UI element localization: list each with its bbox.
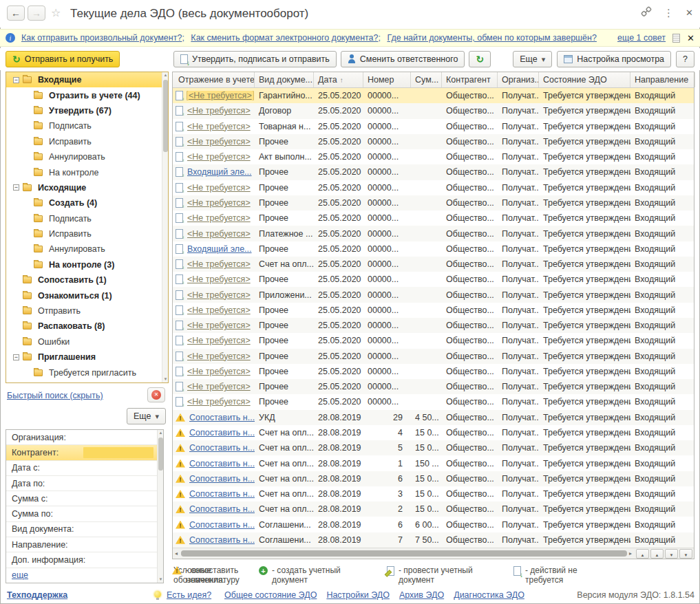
tree-item[interactable]: Аннулировать bbox=[6, 149, 168, 164]
table-row[interactable]: <Не требуется>Прочее25.05.202000000...Об… bbox=[173, 303, 694, 318]
reflection-link[interactable]: <Не требуется> bbox=[187, 213, 251, 223]
table-row[interactable]: Сопоставить н...Счет на опл...28.08.2019… bbox=[173, 440, 694, 455]
send-receive-button[interactable]: Отправить и получить bbox=[6, 51, 120, 67]
tree-item[interactable]: −Входящие bbox=[6, 72, 168, 87]
scroll-up-icon[interactable]: ▲ bbox=[162, 72, 169, 78]
tree-item[interactable]: Создать (4) bbox=[6, 195, 168, 211]
table-row[interactable]: Сопоставить н...Счет на опл...28.08.2019… bbox=[173, 425, 694, 440]
reflection-link[interactable]: Сопоставить н... bbox=[189, 474, 255, 484]
table-row[interactable]: <Не требуется>Акт выполн...25.05.2020000… bbox=[173, 149, 694, 164]
reflection-link[interactable]: <Не требуется> bbox=[187, 274, 251, 284]
table-row[interactable]: Сопоставить н...Счет на опл...28.08.2019… bbox=[173, 501, 694, 517]
table-row[interactable]: Сопоставить н...Счет на опл...28.08.2019… bbox=[173, 486, 694, 501]
infobar-link[interactable]: Как отправить произвольный документ? bbox=[21, 33, 182, 43]
filter-row[interactable]: Доп. информация: bbox=[6, 552, 163, 568]
reflection-link[interactable]: <Не требуется> bbox=[187, 305, 251, 315]
reflection-link[interactable]: <Не требуется> bbox=[187, 336, 251, 345]
reflection-link[interactable]: Входящий эле... bbox=[187, 167, 252, 177]
filter-row[interactable]: Сумма с: bbox=[6, 491, 163, 506]
table-row[interactable]: <Не требуется>Прочее25.05.202000000...Об… bbox=[173, 195, 694, 211]
tree-item[interactable]: Отразить в учете (44) bbox=[6, 87, 168, 103]
table-row[interactable]: Входящий эле...Прочее25.05.202000000...О… bbox=[173, 241, 694, 257]
reflection-link[interactable]: Сопоставить н... bbox=[189, 459, 255, 468]
table-row[interactable]: <Не требуется>Прочее25.05.202000000...Об… bbox=[173, 211, 694, 226]
filter-input[interactable] bbox=[83, 447, 153, 458]
close-icon[interactable] bbox=[686, 8, 693, 18]
footer-link[interactable]: Архив ЭДО bbox=[399, 590, 444, 600]
footer-link[interactable]: Общее состояние ЭДО bbox=[224, 590, 317, 600]
tree-item[interactable]: Требуется пригласить bbox=[6, 365, 168, 380]
hscrollbar-thumb[interactable] bbox=[181, 550, 627, 557]
back-button[interactable] bbox=[7, 6, 25, 21]
filter-row[interactable]: Дата по: bbox=[6, 476, 163, 491]
scroll-left-icon[interactable]: ◂ bbox=[173, 550, 180, 557]
reflection-link[interactable]: <Не требуется> bbox=[187, 352, 251, 361]
table-row[interactable]: <Не требуется>Гарантийно...25.05.2020000… bbox=[173, 88, 694, 103]
more-menu-icon[interactable] bbox=[664, 7, 674, 19]
horizontal-scrollbar[interactable]: ◂ ▸ bbox=[173, 548, 694, 559]
link-icon[interactable] bbox=[641, 6, 652, 19]
tree-item[interactable]: На контроле (3) bbox=[6, 257, 168, 272]
table-row[interactable]: <Не требуется>Прочее25.05.202000000...Об… bbox=[173, 333, 694, 348]
filter-row[interactable]: Контрагент: bbox=[6, 445, 163, 460]
tree-item[interactable]: Исправить bbox=[6, 134, 168, 149]
scroll-down-button[interactable] bbox=[665, 549, 678, 559]
approve-sign-send-button[interactable]: Утвердить, подписать и отправить bbox=[173, 51, 337, 67]
filter-row[interactable]: Сумма по: bbox=[6, 506, 163, 521]
reflection-link[interactable]: <Не требуется> bbox=[187, 91, 253, 100]
reflection-link[interactable]: <Не требуется> bbox=[187, 137, 251, 147]
table-row[interactable]: <Не требуется>Прочее25.05.202000000...Об… bbox=[173, 364, 694, 379]
reflection-link[interactable]: Сопоставить н... bbox=[189, 520, 255, 530]
table-row[interactable]: <Не требуется>Платежное ...25.05.2020000… bbox=[173, 226, 694, 241]
tree-scrollbar[interactable]: ▲ ▼ bbox=[162, 72, 168, 382]
tree-item[interactable]: Исправить bbox=[6, 226, 168, 241]
column-header[interactable]: Сум... bbox=[411, 72, 442, 87]
reflection-link[interactable]: <Не требуется> bbox=[187, 106, 251, 116]
filter-row[interactable]: Дата с: bbox=[6, 461, 163, 476]
table-row[interactable]: Сопоставить н...Счет на опл...28.08.2019… bbox=[173, 455, 694, 471]
filters-more-button[interactable]: Еще bbox=[127, 408, 166, 424]
reflection-link[interactable]: <Не требуется> bbox=[187, 259, 251, 269]
reflection-link[interactable]: <Не требуется> bbox=[187, 122, 251, 131]
column-header[interactable]: Отражение в учете bbox=[173, 72, 255, 87]
more-button[interactable]: Еще bbox=[513, 51, 552, 67]
filter-row[interactable]: Вид документа: bbox=[6, 522, 163, 537]
more-tips-link[interactable]: еще 1 совет bbox=[617, 33, 666, 43]
reflection-link[interactable]: Сопоставить н... bbox=[189, 489, 255, 499]
column-header[interactable]: Организ... bbox=[498, 72, 539, 87]
table-row[interactable]: Сопоставить н...Соглашени...28.08.201977… bbox=[173, 532, 694, 548]
column-header[interactable]: Вид докуме... bbox=[255, 72, 314, 87]
reflection-link[interactable]: <Не требуется> bbox=[187, 229, 251, 239]
table-row[interactable]: <Не требуется>Прочее25.05.202000000...Об… bbox=[173, 379, 694, 394]
table-row[interactable]: <Не требуется>Прочее25.05.202000000...Об… bbox=[173, 272, 694, 287]
tree-item[interactable]: Распаковать (8) bbox=[6, 319, 168, 334]
reflection-link[interactable]: <Не требуется> bbox=[187, 321, 251, 330]
footer-link[interactable]: Диагностика ЭДО bbox=[454, 590, 524, 600]
footer-link[interactable]: Настройки ЭДО bbox=[326, 590, 390, 600]
infobar-link[interactable]: Как сменить формат электронного документ… bbox=[191, 33, 378, 43]
reflection-link[interactable]: <Не требуется> bbox=[187, 290, 251, 300]
scroll-up-icon[interactable]: ▲ bbox=[158, 430, 164, 436]
reflection-link[interactable]: <Не требуется> bbox=[187, 198, 251, 208]
help-button[interactable]: ? bbox=[676, 51, 694, 67]
tree-item[interactable]: Подписать bbox=[6, 118, 168, 133]
reflection-link[interactable]: Сопоставить н... bbox=[189, 504, 255, 514]
table-row[interactable]: Сопоставить н...Соглашени...28.08.201966… bbox=[173, 517, 694, 532]
idea-link[interactable]: Есть идея? bbox=[167, 590, 211, 600]
tree-item[interactable]: Подписать bbox=[6, 211, 168, 226]
table-row[interactable]: <Не требуется>Счет на опл...25.05.202000… bbox=[173, 257, 694, 272]
reflection-link[interactable]: <Не требуется> bbox=[187, 367, 251, 376]
tree-item[interactable]: На контроле bbox=[6, 164, 168, 180]
filter-scrollbar[interactable]: ▲ ▼ bbox=[157, 430, 163, 583]
reflection-link[interactable]: <Не требуется> bbox=[187, 397, 251, 407]
reflection-link[interactable]: Сопоставить н... bbox=[189, 428, 255, 438]
tips-close-icon[interactable] bbox=[687, 33, 694, 43]
table-row[interactable]: <Не требуется>Прочее25.05.202000000...Об… bbox=[173, 134, 694, 149]
reflection-link[interactable]: <Не требуется> bbox=[187, 183, 251, 193]
table-row[interactable]: Входящий эле...Прочее25.05.202000000...О… bbox=[173, 164, 694, 180]
tree-item[interactable]: −Приглашения bbox=[6, 349, 168, 365]
reflection-link[interactable]: Сопоставить н... bbox=[189, 413, 255, 422]
forward-button[interactable] bbox=[28, 6, 45, 21]
table-row[interactable]: <Не требуется>Приложени...25.05.20200000… bbox=[173, 287, 694, 302]
refresh-button[interactable] bbox=[469, 51, 491, 67]
